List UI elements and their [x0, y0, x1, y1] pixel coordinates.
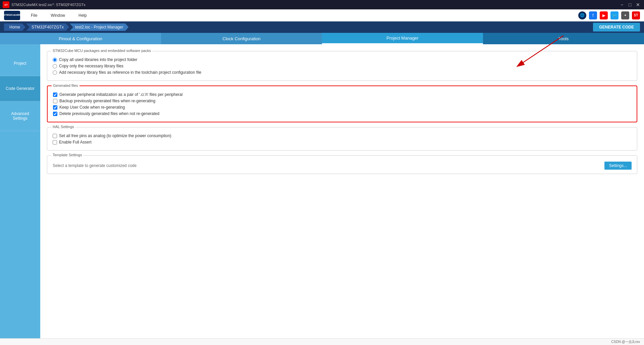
template-row: Select a template to generate customized…	[53, 162, 632, 170]
mcu-packages-title: STM32Cube MCU packages and embedded soft…	[51, 49, 152, 53]
template-settings-button[interactable]: Settings...	[604, 162, 632, 170]
title-bar: ST STM32CubeMX test2.ioc*: STM32F407ZGTx…	[0, 0, 644, 9]
window-title: STM32CubeMX test2.ioc*: STM32F407ZGTx	[11, 3, 86, 7]
template-settings-title: Template Settings	[51, 153, 83, 157]
menu-window[interactable]: Window	[44, 9, 72, 21]
generated-files-section: Generated files Generate peripheral init…	[47, 85, 637, 122]
restore-button[interactable]: □	[627, 1, 633, 8]
twitter-icon[interactable]: 🐦	[610, 11, 619, 19]
app-logo-menu: STM32 CubeMX	[0, 9, 24, 21]
generated-files-title: Generated files	[52, 83, 79, 88]
menu-file[interactable]: File	[24, 9, 44, 21]
close-button[interactable]: ✕	[635, 1, 641, 8]
generate-code-button[interactable]: GENERATE CODE	[593, 23, 640, 32]
tab-project-manager[interactable]: Project Manager	[322, 33, 483, 44]
menu-help[interactable]: Help	[72, 9, 94, 21]
check-backup[interactable]: Backup previously generated files when r…	[53, 99, 631, 103]
globe-icon[interactable]: 🌐	[578, 11, 586, 19]
st-icon[interactable]: ST	[632, 11, 640, 19]
check-keep-user-code-input[interactable]	[53, 105, 57, 110]
radio-copy-all-input[interactable]	[53, 58, 57, 62]
sidebar-item-code-generator[interactable]: Code Generator	[0, 76, 40, 101]
stm-logo: STM32 CubeMX	[4, 11, 20, 20]
title-bar-left: ST STM32CubeMX test2.ioc*: STM32F407ZGTx	[3, 1, 86, 8]
star-icon[interactable]: ✦	[621, 11, 629, 19]
check-full-assert-input[interactable]	[53, 140, 57, 145]
sidebar-item-project[interactable]: Project	[0, 51, 40, 76]
facebook-icon[interactable]: f	[589, 11, 597, 19]
tab-pinout[interactable]: Pinout & Configuration	[0, 33, 161, 44]
check-keep-user-code[interactable]: Keep User Code when re-generating	[53, 105, 631, 110]
breadcrumb-bar: Home STM32F407ZGTx test2.ioc - Project M…	[0, 21, 644, 33]
radio-copy-all[interactable]: Copy all used libraries into the project…	[53, 57, 632, 62]
radio-copy-necessary[interactable]: Copy only the necessary library files	[53, 64, 632, 68]
menu-bar: STM32 CubeMX File Window Help 🌐 f ▶ 🐦 ✦ …	[0, 9, 644, 21]
content-area: Project Code Generator Advanced Settings…	[0, 44, 644, 338]
mcu-packages-section: STM32Cube MCU packages and embedded soft…	[47, 51, 637, 81]
menu-bar-left: STM32 CubeMX File Window Help	[0, 9, 578, 21]
youtube-icon[interactable]: ▶	[600, 11, 608, 19]
breadcrumb-chip[interactable]: STM32F407ZGTx	[26, 23, 69, 31]
check-free-pins[interactable]: Set all free pins as analog (to optimize…	[53, 133, 632, 138]
minimize-button[interactable]: −	[619, 1, 625, 8]
check-free-pins-input[interactable]	[53, 134, 57, 138]
template-placeholder: Select a template to generate customized…	[53, 163, 601, 168]
hal-settings-section: HAL Settings Set all free pins as analog…	[47, 127, 637, 151]
radio-add-reference-input[interactable]	[53, 70, 57, 75]
check-delete-prev[interactable]: Delete previously generated files when n…	[53, 111, 631, 116]
breadcrumb-home[interactable]: Home	[4, 23, 25, 31]
hal-settings-title: HAL Settings	[51, 125, 75, 129]
status-text: CSDN @一念JLrex	[611, 340, 640, 344]
menu-bar-right: 🌐 f ▶ 🐦 ✦ ST	[578, 11, 644, 19]
check-full-assert[interactable]: Enable Full Assert	[53, 140, 632, 145]
tab-tools[interactable]: Tools	[483, 33, 644, 44]
sidebar: Project Code Generator Advanced Settings	[0, 44, 40, 338]
main-tabs: Pinout & Configuration Clock Configurati…	[0, 33, 644, 44]
breadcrumb-project[interactable]: test2.ioc - Project Manager	[70, 23, 128, 31]
radio-copy-necessary-input[interactable]	[53, 64, 57, 68]
tab-clock[interactable]: Clock Configuration	[161, 33, 322, 44]
check-backup-input[interactable]	[53, 99, 57, 103]
window-controls[interactable]: − □ ✕	[619, 1, 641, 8]
sidebar-item-advanced-settings[interactable]: Advanced Settings	[0, 101, 40, 131]
status-bar: CSDN @一念JLrex	[0, 338, 644, 345]
menu-items: File Window Help	[24, 9, 94, 21]
check-generate-pair[interactable]: Generate peripheral initialization as a …	[53, 92, 631, 97]
radio-add-reference[interactable]: Add necessary library files as reference…	[53, 70, 632, 75]
check-delete-prev-input[interactable]	[53, 112, 57, 116]
check-generate-pair-input[interactable]	[53, 93, 57, 97]
main-content: STM32Cube MCU packages and embedded soft…	[40, 44, 644, 338]
template-settings-section: Template Settings Select a template to g…	[47, 155, 637, 174]
app-logo: ST	[3, 1, 9, 8]
